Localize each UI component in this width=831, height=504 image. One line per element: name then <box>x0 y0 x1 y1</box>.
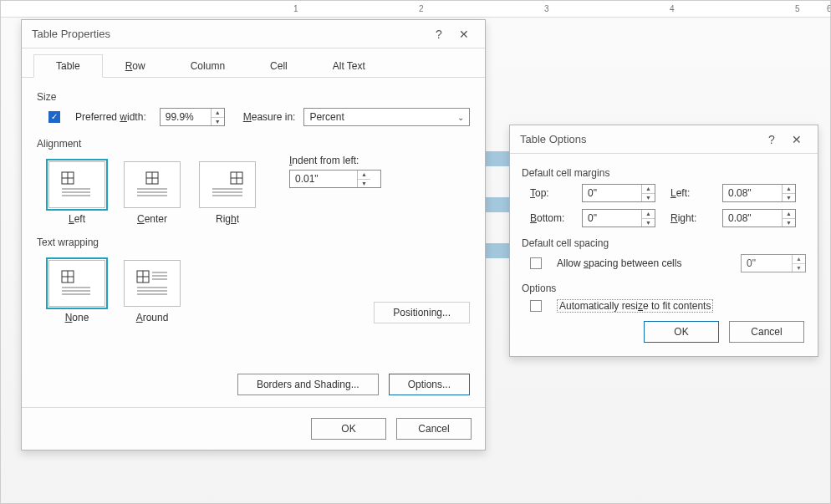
cancel-button[interactable]: Cancel <box>729 321 804 343</box>
spin-up-icon[interactable]: ▲ <box>783 210 795 219</box>
ok-button[interactable]: OK <box>311 418 386 440</box>
margin-right-input[interactable]: ▲▼ <box>722 209 796 227</box>
spin-down-icon[interactable]: ▼ <box>642 219 655 227</box>
chevron-down-icon: ⌄ <box>457 113 464 122</box>
margin-bottom-input[interactable]: ▲▼ <box>582 209 655 227</box>
align-center-tile[interactable] <box>124 161 181 208</box>
margin-top-label: Top: <box>530 187 575 199</box>
spin-up-icon[interactable]: ▲ <box>358 171 370 180</box>
checkbox-allow-spacing[interactable] <box>530 257 542 269</box>
ok-button[interactable]: OK <box>644 321 719 343</box>
group-margins-label: Default cell margins <box>522 167 806 179</box>
help-icon[interactable]: ? <box>426 28 451 41</box>
preferred-width-input[interactable]: ▲▼ <box>160 108 225 126</box>
spin-up-icon[interactable]: ▲ <box>642 210 655 219</box>
align-right-tile[interactable] <box>199 161 256 208</box>
group-textwrap-label: Text wrapping <box>37 237 470 248</box>
margin-left-input[interactable]: ▲▼ <box>722 184 796 202</box>
titlebar-table-properties: Table Properties ? ✕ <box>22 20 485 48</box>
spin-up-icon[interactable]: ▲ <box>212 109 224 118</box>
spin-down-icon[interactable]: ▼ <box>212 118 224 126</box>
options-button[interactable]: Options... <box>389 374 470 395</box>
dialog-title: Table Options <box>520 133 759 145</box>
measure-in-label: Measure in: <box>243 111 296 123</box>
spacing-input[interactable]: ▲▼ <box>741 254 806 272</box>
dialog-table-options: Table Options ? ✕ Default cell margins T… <box>509 125 818 357</box>
app-window: 1 2 3 4 5 6 Table Properties ? ✕ Table R… <box>0 0 831 504</box>
tab-cell[interactable]: Cell <box>247 54 310 78</box>
measure-in-select[interactable]: Percent ⌄ <box>303 108 470 126</box>
indent-from-left-label: Indent from left: <box>289 155 381 166</box>
tab-row[interactable]: Row <box>103 54 168 78</box>
tabs: Table Row Column Cell Alt Text <box>22 53 485 78</box>
margin-right-label: Right: <box>670 212 716 224</box>
dialog-table-properties: Table Properties ? ✕ Table Row Column Ce… <box>21 19 486 451</box>
tab-column[interactable]: Column <box>168 54 247 78</box>
group-alignment-label: Alignment <box>37 138 470 150</box>
spin-down-icon[interactable]: ▼ <box>358 180 370 188</box>
cancel-button[interactable]: Cancel <box>396 418 472 440</box>
tab-table[interactable]: Table <box>33 54 103 78</box>
spin-up-icon[interactable]: ▲ <box>793 255 805 264</box>
align-right-label: Right <box>216 213 239 225</box>
group-options-label: Options <box>522 283 806 294</box>
wrap-none-label: None <box>65 312 89 323</box>
checkbox-auto-resize[interactable] <box>530 300 542 312</box>
wrap-around-label: Around <box>136 312 169 323</box>
spin-down-icon[interactable]: ▼ <box>793 264 805 272</box>
positioning-button: Positioning... <box>374 302 470 323</box>
align-left-tile[interactable] <box>48 161 105 208</box>
close-icon[interactable]: ✕ <box>784 133 809 146</box>
allow-spacing-label: Allow spacing between cells <box>557 257 681 269</box>
spin-up-icon[interactable]: ▲ <box>783 185 795 194</box>
align-left-label: Left <box>69 213 85 225</box>
tab-alt-text[interactable]: Alt Text <box>310 54 388 78</box>
spin-down-icon[interactable]: ▼ <box>783 194 795 202</box>
titlebar-table-options: Table Options ? ✕ <box>510 125 818 154</box>
spin-down-icon[interactable]: ▼ <box>783 219 795 227</box>
wrap-none-tile[interactable] <box>48 260 105 307</box>
help-icon[interactable]: ? <box>759 133 784 146</box>
checkbox-preferred-width[interactable] <box>48 111 60 123</box>
wrap-around-tile[interactable] <box>124 260 181 307</box>
group-spacing-label: Default cell spacing <box>522 237 806 249</box>
align-center-label: Center <box>137 213 167 225</box>
dialog-title: Table Properties <box>32 28 426 40</box>
auto-resize-label: Automatically resize to fit contents <box>557 299 713 313</box>
ruler: 1 2 3 4 5 6 <box>1 1 830 18</box>
indent-from-left-input[interactable]: ▲▼ <box>289 170 381 188</box>
spin-up-icon[interactable]: ▲ <box>642 185 655 194</box>
group-size-label: Size <box>37 91 470 103</box>
spin-down-icon[interactable]: ▼ <box>642 194 655 202</box>
borders-shading-button[interactable]: Borders and Shading... <box>237 374 379 395</box>
preferred-width-label: Preferred width: <box>75 111 146 123</box>
margin-bottom-label: Bottom: <box>530 212 575 224</box>
margin-left-label: Left: <box>670 187 716 199</box>
margin-top-input[interactable]: ▲▼ <box>582 184 655 202</box>
close-icon[interactable]: ✕ <box>451 28 477 41</box>
